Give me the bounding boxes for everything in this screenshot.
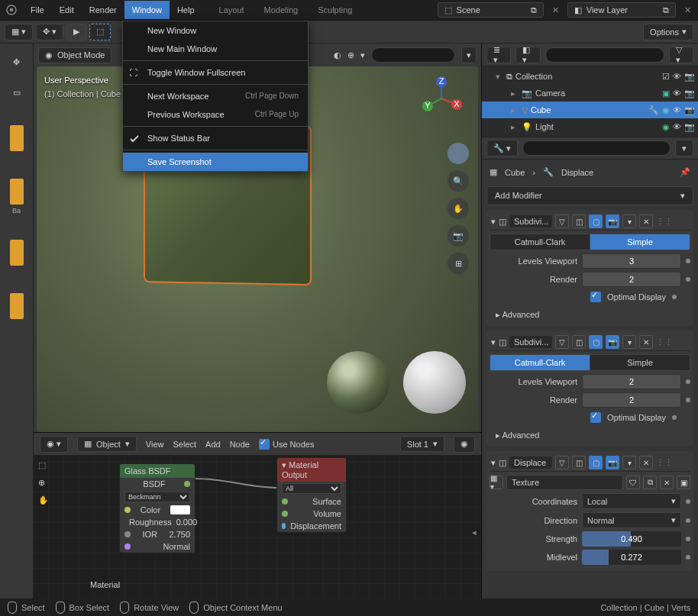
render-toggle-icon[interactable]: 📷 [606,456,619,469]
simple-button[interactable]: Simple [590,354,690,371]
eye-icon[interactable]: 👁 [673,72,681,82]
node-menu-select[interactable]: Select [173,440,197,449]
dd-toggle-fullscreen[interactable]: ⛶Toggle Window Fullscreen [123,63,308,82]
outliner-row-collection[interactable]: ▾⧉Collection ☑👁📷 [482,68,698,85]
select-box-icon[interactable]: ⬚ [89,24,111,40]
eye-icon[interactable]: 👁 [673,105,681,115]
tab-modeling[interactable]: Modeling [255,0,308,21]
cage-toggle-icon[interactable]: ◫ [572,456,586,469]
midlevel-slider[interactable]: 0.272 [582,550,681,565]
scene-selector[interactable]: ⬚ Scene ⧉ [438,2,544,18]
options-button[interactable]: Options ▾ [643,24,693,40]
eye-icon[interactable]: 👁 [673,89,681,98]
pan-icon[interactable]: ✋ [38,495,49,505]
node-menu-view[interactable]: View [146,440,164,449]
overlay-icon[interactable]: ⊕ [347,50,354,60]
outliner-type-icon[interactable]: ≣ ▾ [486,47,511,63]
outliner-row-cube[interactable]: ▸▽Cube 🔧 ◉ 👁📷 [482,102,698,118]
drag-handle-icon[interactable]: ⋮⋮ [656,337,673,347]
menu-window[interactable]: Window [124,1,170,19]
slot-selector[interactable]: Slot 1▾ [400,436,444,452]
material-icon[interactable]: ◉ [454,436,475,453]
texture-browse-icon[interactable]: ▦ ▾ [490,476,503,489]
catmull-clark-button[interactable]: Catmull-Clark [490,234,590,250]
delete-icon[interactable]: ✕ [639,214,653,228]
drag-handle-icon[interactable]: ⋮⋮ [656,458,673,468]
cage-toggle-icon[interactable]: ◫ [572,214,586,228]
dd-save-screenshot[interactable]: Save Screenshot [123,153,308,171]
cursor-tool-icon[interactable]: ✥ [3,48,31,76]
thumb-b[interactable] [3,178,31,205]
viewlayer-selector[interactable]: ◧ View Layer ⧉ [567,2,676,18]
levels-viewport-field[interactable]: 3 [582,253,681,269]
dropdown-icon[interactable]: ▾ [622,456,636,469]
delete-icon[interactable]: ✕ [639,456,653,469]
node-material-output[interactable]: ▾ Material Output All Surface Volume Dis… [276,457,347,533]
modifier-name[interactable]: Subdivi... [509,336,552,348]
menu-file[interactable]: File [23,1,52,19]
mode-selector[interactable]: ◉ Object Mode [38,47,111,63]
camera-icon[interactable]: 📷 [684,105,695,115]
eye-icon[interactable]: 👁 [673,122,681,132]
distribution-select[interactable]: Beckmann [124,492,190,502]
dd-new-window[interactable]: New Window [123,21,308,40]
thumb-d[interactable] [3,292,31,320]
menu-help[interactable]: Help [170,1,202,19]
advanced-toggle[interactable]: ▸ Advanced [490,427,690,443]
shading-dropdown[interactable]: ▾ [461,47,477,63]
dd-next-workspace[interactable]: Next WorkspaceCtrl Page Down [123,87,308,105]
outliner-row-light[interactable]: ▸💡Light ◉ 👁📷 [482,118,698,135]
dropdown-icon[interactable]: ▾ [622,335,636,349]
menu-render[interactable]: Render [82,1,124,19]
node-editor-type-icon[interactable]: ◉ ▾ [40,436,68,453]
strength-slider[interactable]: 0.490 [582,531,681,547]
show-texture-icon[interactable]: ▣ [677,476,690,489]
dropdown-icon[interactable]: ▾ [622,214,636,228]
collapse-icon[interactable]: ▾ [491,458,496,468]
cursor-tool-icon[interactable]: ⬚ [38,460,49,470]
outliner-search[interactable] [545,47,664,63]
levels-render-field[interactable]: 2 [582,392,681,408]
select-tool-icon[interactable]: ▭ [3,79,31,106]
advanced-toggle[interactable]: ▸ Advanced [490,307,690,323]
drag-handle-icon[interactable]: ⋮⋮ [656,217,673,227]
properties-options-icon[interactable]: ▾ [675,140,693,156]
dd-new-main-window[interactable]: New Main Window [123,40,308,58]
optimal-display-checkbox[interactable] [590,292,601,302]
render-toggle-icon[interactable]: 📷 [606,335,619,349]
tab-layout[interactable]: Layout [210,0,254,21]
modifier-name[interactable]: Displace [509,456,552,469]
optimal-display-checkbox[interactable] [590,412,601,423]
camera-icon[interactable]: 📷 [684,89,695,98]
nav-dot-icon[interactable] [448,143,469,164]
tool-cursor-icon[interactable]: ✥ ▾ [36,24,63,40]
collapse-icon[interactable]: ▾ [491,217,496,227]
collapse-icon[interactable]: ▾ [491,337,496,347]
coordinates-select[interactable]: Local▾ [582,493,681,509]
dd-prev-workspace[interactable]: Previous WorkspaceCtrl Page Up [123,105,308,124]
realtime-toggle-icon[interactable]: ▢ [589,335,603,349]
direction-select[interactable]: Normal▾ [582,512,681,528]
unlink-icon[interactable]: ✕ [660,476,674,489]
edit-mode-toggle-icon[interactable]: ▽ [555,335,569,349]
node-menu-add[interactable]: Add [205,440,221,449]
levels-render-field[interactable]: 2 [582,272,681,287]
viewlayer-close-icon[interactable]: ✕ [682,5,693,15]
scene-close-icon[interactable]: ✕ [550,5,561,15]
expand-icon[interactable]: ◂ [472,527,477,537]
camera-icon[interactable]: 📷 [684,72,695,82]
node-object-selector[interactable]: ▦Object▾ [77,436,137,452]
grid-icon[interactable]: ⊞ [448,253,469,274]
simple-button[interactable]: Simple [590,234,690,250]
properties-type-icon[interactable]: 🔧 ▾ [486,140,518,156]
node-glass-bsdf[interactable]: Glass BSDF BSDF Beckmann Color Roughness… [119,463,196,553]
delete-icon[interactable]: ✕ [639,335,653,349]
camera-icon[interactable]: 📷 [448,225,469,247]
nav-gizmo[interactable]: X Y Z [418,76,464,121]
thumb-a[interactable] [3,124,31,152]
camera-icon[interactable]: 📷 [684,122,695,132]
properties-search[interactable] [522,140,671,156]
modifier-name[interactable]: Subdivi... [509,215,552,227]
edit-mode-toggle-icon[interactable]: ▽ [555,214,569,228]
copy-icon[interactable]: ⧉ [531,5,537,15]
